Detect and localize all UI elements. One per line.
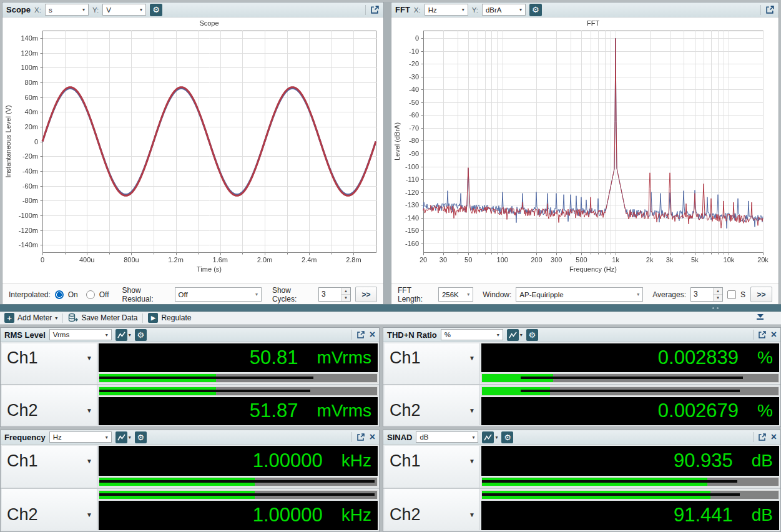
popout-button[interactable] [765, 5, 775, 14]
chevron-down-icon[interactable]: ▾ [520, 332, 523, 338]
interpolated-off-radio[interactable] [86, 290, 95, 299]
header-separator [351, 330, 352, 340]
chevron-down-icon: ▼ [86, 355, 92, 362]
popout-icon [370, 5, 380, 14]
settings-gear-button[interactable]: ⚙ [529, 4, 542, 16]
scope-x-unit-select[interactable]: s ▾ [45, 4, 89, 16]
meter-title: Frequency [4, 433, 46, 442]
meter-unit: dB [752, 505, 773, 525]
chevron-down-icon: ▼ [469, 407, 475, 414]
splitter-grip-dots [712, 307, 719, 309]
level-bar [481, 373, 779, 383]
gear-icon: ⚙ [137, 330, 144, 340]
show-residual-select[interactable]: Off ▾ [175, 287, 262, 302]
unit-select[interactable]: % ▾ [441, 329, 503, 340]
averages-stepper[interactable]: 3 ▲ ▼ [690, 287, 723, 302]
chevron-down-icon: ▼ [86, 407, 92, 414]
settings-gear-button[interactable]: ⚙ [501, 431, 513, 443]
spin-down-icon[interactable]: ▼ [714, 294, 722, 301]
chevron-down-icon[interactable]: ▾ [129, 435, 131, 440]
fft-length-select[interactable]: 256K ▾ [438, 287, 473, 302]
meter-unit: mVrms [317, 401, 371, 421]
meter-title: RMS Level [4, 330, 46, 340]
meter-style-button[interactable] [115, 431, 127, 443]
scope-more-button[interactable]: >> [355, 287, 377, 302]
meter-style-button[interactable] [507, 329, 519, 341]
add-meter-button[interactable]: + Add Meter ▾ [3, 313, 59, 323]
scope-y-unit-select[interactable]: V ▾ [102, 4, 146, 16]
meter-title: SINAD [387, 433, 412, 442]
vertical-splitter[interactable] [384, 2, 391, 304]
meter-reading-display: 51.87 mVrms [99, 397, 378, 426]
y-axis-unit-label: Y: [472, 6, 478, 14]
settings-gear-button[interactable]: ⚙ [135, 431, 147, 443]
fft-panel-title: FFT [395, 5, 410, 14]
chevron-down-icon[interactable]: ▾ [495, 435, 498, 440]
fft-plot[interactable] [391, 17, 779, 283]
scope-panel: Scope X: s ▾ Y: V ▾ ⚙ [2, 2, 384, 304]
meter-value: 1.00000 [253, 504, 323, 526]
settings-gear-button[interactable]: ⚙ [150, 4, 162, 16]
meter-style-button[interactable] [115, 329, 127, 341]
channel-selector[interactable]: Ch2 ▼ [2, 385, 97, 426]
fft-y-unit-select[interactable]: dBrA ▾ [482, 4, 526, 16]
fft-option-checkbox[interactable] [727, 290, 736, 299]
fft-more-button[interactable]: >> [750, 287, 772, 302]
popout-button[interactable] [356, 433, 365, 441]
close-button[interactable]: × [370, 432, 375, 442]
unit-select[interactable]: Vrms ▾ [49, 329, 112, 340]
unit-select[interactable]: dB ▾ [416, 431, 478, 443]
meter-header: Frequency Hz ▾ ▾ ⚙ [1, 430, 379, 445]
channel-selector[interactable]: Ch2 ▼ [385, 385, 480, 426]
close-button[interactable]: × [370, 330, 375, 340]
popout-button[interactable] [356, 330, 365, 339]
fft-panel: FFT X: Hz ▾ Y: dBrA ▾ ⚙ [391, 2, 779, 304]
save-meter-data-button[interactable]: Save Meter Data [67, 313, 139, 323]
channel-selector[interactable]: Ch1 ▼ [385, 446, 480, 488]
channel-selector[interactable]: Ch2 ▼ [385, 489, 480, 531]
toolbar-separator [142, 313, 143, 323]
show-cycles-stepper[interactable]: 3 ▲ ▼ [318, 287, 351, 302]
meter-value: 91.441 [674, 504, 733, 526]
channel-selector[interactable]: Ch1 ▼ [2, 343, 97, 384]
horizontal-splitter[interactable] [0, 304, 781, 312]
header-separator [753, 330, 754, 340]
chevron-down-icon: ▾ [472, 435, 474, 440]
spin-up-icon[interactable]: ▲ [341, 288, 350, 294]
scope-panel-header: Scope X: s ▾ Y: V ▾ ⚙ [2, 2, 383, 17]
spin-down-icon[interactable]: ▼ [341, 294, 350, 301]
fft-x-unit-select[interactable]: Hz ▾ [425, 4, 468, 16]
save-meter-data-icon [68, 313, 78, 323]
close-button[interactable]: × [771, 330, 777, 340]
chevron-down-icon: ▼ [469, 511, 475, 518]
close-button[interactable]: × [771, 432, 777, 442]
scope-plot[interactable] [2, 17, 383, 283]
settings-gear-button[interactable]: ⚙ [526, 329, 538, 341]
channel-selector[interactable]: Ch2 ▼ [2, 489, 97, 531]
meter-body: Ch1 ▼ 90.935 dB Ch2 [383, 445, 780, 531]
gear-icon: ⚙ [137, 433, 144, 442]
header-separator [351, 432, 352, 442]
settings-gear-button[interactable]: ⚙ [135, 329, 147, 341]
level-bar-range-line [99, 377, 313, 379]
channel-row: Ch1 ▼ 1.00000 kHz [2, 446, 378, 488]
popout-button[interactable] [758, 433, 767, 441]
popout-button[interactable] [758, 330, 767, 339]
channel-selector[interactable]: Ch1 ▼ [385, 343, 480, 384]
channel-selector[interactable]: Ch1 ▼ [2, 446, 97, 488]
meter-style-button[interactable] [482, 431, 494, 443]
meter-body: Ch1 ▼ 1.00000 kHz Ch2 [1, 445, 379, 531]
chevron-down-icon[interactable]: ▾ [129, 332, 131, 338]
popout-button[interactable] [370, 5, 380, 14]
meter-value: 0.002839 [658, 347, 739, 369]
regulate-button[interactable]: ▶ Regulate [147, 313, 192, 323]
window-select[interactable]: AP-Equiripple ▾ [516, 287, 643, 302]
spin-up-icon[interactable]: ▲ [714, 288, 722, 294]
meter-body: Ch1 ▼ 0.002839 % Ch2 [383, 342, 780, 426]
interpolated-on-radio[interactable] [55, 290, 64, 299]
x-axis-unit-label: X: [414, 6, 421, 14]
fft-panel-header: FFT X: Hz ▾ Y: dBrA ▾ ⚙ [391, 2, 779, 17]
dock-arrow-icon[interactable] [757, 314, 764, 320]
unit-select[interactable]: Hz ▾ [49, 431, 112, 443]
meter-reading-display: 1.00000 kHz [99, 501, 378, 531]
